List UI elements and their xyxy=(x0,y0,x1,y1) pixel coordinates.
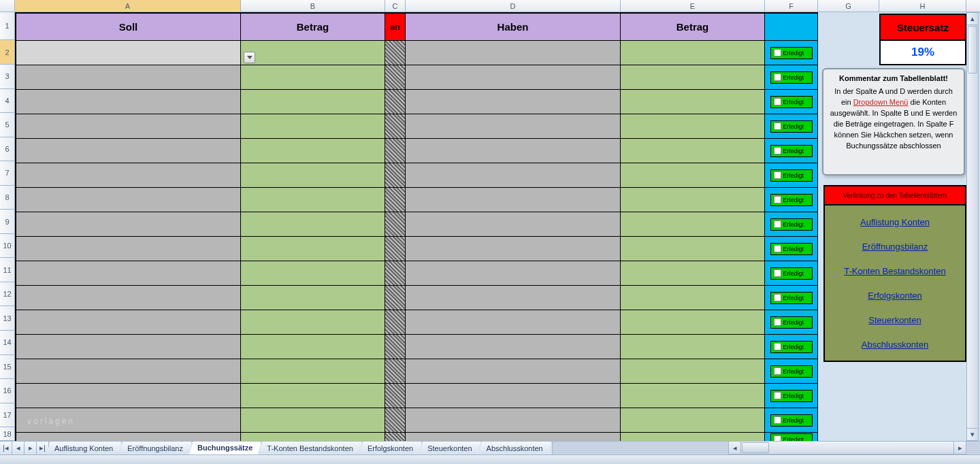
dropdown-icon[interactable] xyxy=(244,52,255,63)
sheet-tab-t-konten-bestandskonten[interactable]: T-Konten Bestandskonten xyxy=(259,442,362,454)
cell-E9[interactable] xyxy=(621,212,765,237)
cell-E11[interactable] xyxy=(621,261,765,286)
cell-E17[interactable] xyxy=(621,408,765,433)
cell-D10[interactable] xyxy=(406,237,621,261)
cell-E7[interactable] xyxy=(621,163,765,188)
cell-A17[interactable] xyxy=(15,408,241,433)
erledigt-checkbox-row14[interactable]: Erledigt xyxy=(770,341,813,353)
link-erfolgskonten[interactable]: Erfolgskonten xyxy=(868,291,922,301)
cell-B3[interactable] xyxy=(241,65,385,90)
hscroll-thumb[interactable] xyxy=(742,442,769,453)
sheet-tab-auflistung-konten[interactable]: Auflistung Konten xyxy=(46,442,122,454)
erledigt-checkbox-row3[interactable]: Erledigt xyxy=(770,71,813,84)
cell-E10[interactable] xyxy=(621,237,765,261)
col-header-C[interactable]: C xyxy=(385,0,406,12)
col-header-F[interactable]: F xyxy=(765,0,818,12)
cell-E5[interactable] xyxy=(621,114,765,139)
checkbox-icon[interactable] xyxy=(774,122,781,130)
row-header-1[interactable]: 1 xyxy=(0,12,15,40)
cell-E8[interactable] xyxy=(621,188,765,212)
erledigt-checkbox-row7[interactable]: Erledigt xyxy=(770,169,813,182)
cell-E12[interactable] xyxy=(621,286,765,310)
cell-D3[interactable] xyxy=(406,65,621,90)
checkbox-icon[interactable] xyxy=(774,367,781,375)
sheet-tab-steuerkonten[interactable]: Steuerkonten xyxy=(419,442,480,454)
erledigt-checkbox-row4[interactable]: Erledigt xyxy=(770,96,813,108)
row-header-8[interactable]: 8 xyxy=(0,186,15,210)
cell-D6[interactable] xyxy=(406,139,621,163)
col-header-A[interactable]: A xyxy=(15,0,241,12)
cell-B9[interactable] xyxy=(241,212,385,237)
row-header-2[interactable]: 2 xyxy=(0,40,15,65)
link-t-konten-bestandskonten[interactable]: T-Konten Bestandskonten xyxy=(844,266,946,276)
link-steuerkonten[interactable]: Steuerkonten xyxy=(868,315,921,325)
sheet-tab-er-ffnungsbilanz[interactable]: Eröffnungsbilanz xyxy=(119,442,192,454)
cell-A11[interactable] xyxy=(15,261,241,286)
cell-E2[interactable] xyxy=(621,41,765,65)
cell-D12[interactable] xyxy=(406,286,621,310)
cell-A6[interactable] xyxy=(15,139,241,163)
cell-D4[interactable] xyxy=(406,90,621,114)
cell-A10[interactable] xyxy=(15,237,241,261)
cell-A4[interactable] xyxy=(15,90,241,114)
col-header-D[interactable]: D xyxy=(406,0,621,12)
scroll-right-icon[interactable]: ▸ xyxy=(953,442,966,454)
row-header-17[interactable]: 17 xyxy=(0,403,15,428)
cell-A13[interactable] xyxy=(15,310,241,335)
erledigt-checkbox-row8[interactable]: Erledigt xyxy=(770,194,813,206)
cell-D9[interactable] xyxy=(406,212,621,237)
row-header-5[interactable]: 5 xyxy=(0,113,15,137)
erledigt-checkbox-row5[interactable]: Erledigt xyxy=(770,120,813,133)
cell-A7[interactable] xyxy=(15,163,241,188)
col-header-B[interactable]: B xyxy=(241,0,385,12)
tab-nav-first-icon[interactable]: |◂ xyxy=(0,442,12,454)
erledigt-checkbox-row13[interactable]: Erledigt xyxy=(770,316,813,329)
row-header-12[interactable]: 12 xyxy=(0,282,15,307)
sheet-tab-buchungss-tze[interactable]: Buchungssätze xyxy=(189,442,261,454)
checkbox-icon[interactable] xyxy=(774,73,781,81)
checkbox-icon[interactable] xyxy=(774,171,781,179)
sheet-tab-erfolgskonten[interactable]: Erfolgskonten xyxy=(359,442,422,454)
cell-A2[interactable] xyxy=(15,41,241,65)
cell-D7[interactable] xyxy=(406,163,621,188)
erledigt-checkbox-row11[interactable]: Erledigt xyxy=(770,267,813,280)
checkbox-icon[interactable] xyxy=(774,269,781,277)
cell-B5[interactable] xyxy=(241,114,385,139)
cell-E4[interactable] xyxy=(621,90,765,114)
checkbox-icon[interactable] xyxy=(774,196,781,203)
checkbox-icon[interactable] xyxy=(774,245,781,252)
col-header-H[interactable]: H xyxy=(879,0,966,12)
cell-B10[interactable] xyxy=(241,237,385,261)
cell-D13[interactable] xyxy=(406,310,621,335)
cell-A16[interactable] xyxy=(15,384,241,408)
cell-B14[interactable] xyxy=(241,335,385,359)
cell-B11[interactable] xyxy=(241,261,385,286)
cell-A9[interactable] xyxy=(15,212,241,237)
cell-A3[interactable] xyxy=(15,65,241,90)
row-header-13[interactable]: 13 xyxy=(0,306,15,331)
checkbox-icon[interactable] xyxy=(774,294,781,301)
scroll-down-icon[interactable]: ▾ xyxy=(967,428,978,440)
cell-B2[interactable] xyxy=(241,41,385,65)
row-header-10[interactable]: 10 xyxy=(0,234,15,259)
cell-E6[interactable] xyxy=(621,139,765,163)
cell-D15[interactable] xyxy=(406,359,621,384)
cell-A14[interactable] xyxy=(15,335,241,359)
checkbox-icon[interactable] xyxy=(774,318,781,326)
checkbox-icon[interactable] xyxy=(774,98,781,105)
row-header-4[interactable]: 4 xyxy=(0,89,15,114)
cell-B8[interactable] xyxy=(241,188,385,212)
erledigt-checkbox-row17[interactable]: Erledigt xyxy=(770,414,813,427)
cell-B7[interactable] xyxy=(241,163,385,188)
erledigt-checkbox-row16[interactable]: Erledigt xyxy=(770,390,813,402)
cell-A8[interactable] xyxy=(15,188,241,212)
cell-B17[interactable] xyxy=(241,408,385,433)
cell-A15[interactable] xyxy=(15,359,241,384)
cell-B12[interactable] xyxy=(241,286,385,310)
row-header-16[interactable]: 16 xyxy=(0,379,15,403)
col-header-G[interactable]: G xyxy=(818,0,879,12)
cell-E14[interactable] xyxy=(621,335,765,359)
cell-D5[interactable] xyxy=(406,114,621,139)
tab-nav-next-icon[interactable]: ▸ xyxy=(24,442,37,454)
row-header-7[interactable]: 7 xyxy=(0,161,15,186)
